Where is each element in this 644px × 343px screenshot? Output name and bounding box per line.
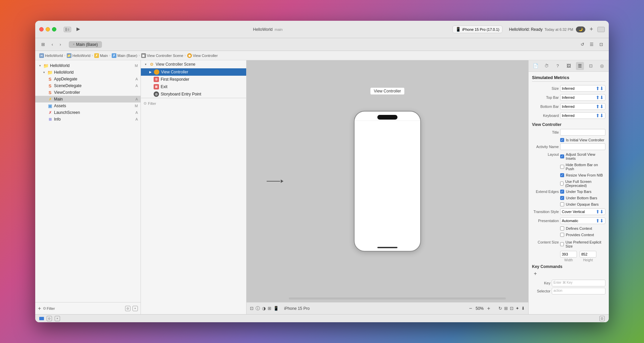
zoom-in-button[interactable]: + [486, 305, 492, 312]
cb-under-top-box[interactable]: ✓ [560, 190, 564, 194]
cb-hide-bottom: Hide Bottom Bar on Push [560, 163, 605, 171]
bp-vc[interactable]: ◉ View Controller [187, 53, 218, 58]
cb-adjust-scroll-box[interactable]: ✓ [560, 154, 564, 158]
bp-vcscene[interactable]: ▣ View Controller Scene [141, 53, 183, 58]
add-file-button[interactable]: + [38, 305, 41, 312]
rp-tab-help[interactable]: ? [554, 62, 562, 70]
selector-field[interactable]: action [552, 288, 605, 294]
bottom-nav-icon-1[interactable]: ⊙ [47, 316, 52, 321]
canvas-icon-1[interactable]: ⊡ [250, 306, 254, 311]
fullscreen-button[interactable] [52, 27, 56, 31]
tree-item-viewcontroller[interactable]: S ViewController [35, 89, 141, 96]
canvas-icon-4[interactable]: ⊞ [268, 306, 271, 311]
close-button[interactable] [39, 27, 44, 31]
sidebar-nav-icon-1[interactable]: ⊙ [125, 306, 130, 311]
device-selector[interactable]: 📱 iPhone 15 Pro (17.0.1) [452, 25, 502, 33]
breadcrumb-path: H HelloWorld › 📁 HelloWorld › ✗ Main › ✗… [35, 51, 609, 60]
prop-topbar-select[interactable]: Inferred ⬆⬇ [560, 94, 605, 101]
prop-transition-select[interactable]: Cover Vertical ⬆⬇ [560, 208, 605, 215]
scene-item-entry[interactable]: ◎ Storyboard Entry Point [141, 90, 246, 98]
add-key-command-button[interactable]: + [532, 270, 539, 277]
inspector-button[interactable]: ⊡ [597, 41, 605, 48]
prop-activity-input[interactable] [560, 143, 605, 150]
prop-width-input[interactable]: 393 [560, 251, 577, 258]
tree-item-main[interactable]: ✗ Main A [35, 96, 141, 102]
project-sub: main [275, 27, 283, 31]
add-button[interactable]: + [588, 26, 595, 33]
canvas-right-icon-3[interactable]: ⊡ [510, 306, 514, 311]
grid-view-button[interactable]: ⊞ [39, 41, 47, 48]
prop-presentation-select[interactable]: Automatic ⬆⬇ [560, 217, 605, 224]
tree-item-root[interactable]: ▾ 📁 HelloWorld M [35, 62, 141, 69]
cb-hide-bottom-box[interactable] [560, 165, 564, 169]
filter-dropdown[interactable]: ⊙ Filter [43, 306, 55, 311]
sidebar-toggle-button[interactable] [64, 27, 71, 32]
left-sidebar: ▾ 📁 HelloWorld M ▾ 📁 HelloWorld S AppDel… [35, 60, 141, 314]
rp-tab-history[interactable]: ⏱ [543, 62, 551, 70]
canvas-icon-3[interactable]: ◑ [262, 306, 266, 311]
canvas-right-icon-1[interactable]: ↻ [498, 306, 502, 311]
canvas-right-icon-4[interactable]: ✦ [516, 306, 519, 311]
prop-title-input[interactable] [560, 129, 605, 136]
canvas-icon-2[interactable]: ⓘ [256, 305, 260, 312]
run-button[interactable]: ▶ [76, 26, 83, 33]
tree-item-assets[interactable]: ▣ Assets M [35, 102, 141, 109]
cb-use-preferred-box[interactable] [560, 242, 564, 246]
cb-defines-context-box[interactable] [560, 226, 564, 230]
cb-provides-context-box[interactable] [560, 233, 564, 237]
bottom-nav-icon-3[interactable]: ⊡ [599, 316, 605, 321]
prop-height-label: Height [583, 258, 593, 262]
bp-main[interactable]: ✗ Main [94, 53, 108, 58]
scene-item-responder[interactable]: ① First Responder [141, 76, 246, 83]
forward-button[interactable]: › [57, 41, 64, 48]
prop-size-select[interactable]: Inferred ⬆⬇ [560, 85, 605, 92]
cb-fullscreen-box[interactable] [560, 182, 564, 186]
layout-toggle[interactable] [597, 27, 605, 32]
cb-resize-nib-box[interactable]: ✓ [560, 173, 564, 177]
zoom-out-button[interactable]: − [468, 305, 474, 312]
prop-keyboard-label: Keyboard [532, 114, 559, 118]
is-initial-vc-checkbox[interactable]: ✓ [560, 138, 564, 142]
title-bar: ▶ HelloWorld main 📱 iPhone 15 Pro (17.0.… [35, 21, 609, 38]
refresh-button[interactable]: ↺ [579, 41, 586, 48]
rp-tab-connections[interactable]: ◎ [598, 62, 606, 70]
cb-under-opaque-box[interactable] [560, 202, 564, 206]
sidebar-nav-icon-2[interactable]: + [132, 306, 138, 311]
rp-tab-attributes[interactable]: ☰ [576, 62, 584, 70]
cb-under-bottom-box[interactable]: ✓ [560, 196, 564, 200]
canvas-right-icon-5[interactable]: ⬇ [521, 306, 525, 311]
scene-item-exit[interactable]: ⊠ Exit [141, 83, 246, 90]
tree-item-scenedelegate[interactable]: S SceneDelegate A [35, 82, 141, 89]
bp-helloworld-icon[interactable]: H HelloWorld [39, 53, 63, 58]
bottom-nav-icon-2[interactable]: + [55, 316, 60, 321]
minimize-button[interactable] [46, 27, 50, 31]
arrow-line [267, 181, 280, 182]
tree-item-appdelegate[interactable]: S AppDelegate A [35, 76, 141, 82]
canvas-icon-5[interactable]: 📱 [273, 306, 279, 311]
scene-header[interactable]: ▾ ⊙ View Controller Scene [141, 60, 246, 68]
tree-item-group[interactable]: ▾ 📁 HelloWorld [35, 69, 141, 76]
key-field[interactable]: Enter ⌘ Key [552, 280, 605, 286]
bp-mainbase[interactable]: ✗ Main (Base) [112, 53, 137, 58]
list-view-button[interactable]: ☰ [588, 41, 595, 48]
back-button[interactable]: ‹ [49, 41, 56, 48]
theme-toggle[interactable]: 🌙 [576, 26, 585, 32]
scene-item-vc[interactable]: ▶ View Controller [141, 68, 246, 76]
canvas-scroll[interactable]: View Controller [247, 60, 528, 302]
canvas-right-icon-2[interactable]: ⊞ [504, 306, 508, 311]
tab-main-base[interactable]: × Main (Base) [69, 41, 102, 48]
filter-label[interactable]: Filter [148, 101, 156, 106]
tree-item-launchscreen[interactable]: ✗ LaunchScreen A [35, 109, 141, 116]
prop-bottombar-value: Inferred [562, 105, 575, 109]
tab-close-icon[interactable]: × [73, 43, 75, 46]
tree-item-info[interactable]: ⊞ Info A [35, 116, 141, 123]
prop-keyboard-select[interactable]: Inferred ⬆⬇ [560, 112, 605, 119]
bp-helloworld2[interactable]: 📁 HelloWorld [67, 53, 91, 58]
rp-tab-size[interactable]: ⊡ [587, 62, 595, 70]
rp-tab-media[interactable]: 🖼 [565, 62, 573, 70]
prop-bottombar-select[interactable]: Inferred ⬆⬇ [560, 103, 605, 110]
canvas-hscroll[interactable] [289, 297, 506, 299]
prop-height-input[interactable]: 852 [580, 251, 596, 258]
rp-tab-file[interactable]: 📄 [532, 62, 540, 70]
scene-vc-label: View Controller [161, 70, 188, 74]
